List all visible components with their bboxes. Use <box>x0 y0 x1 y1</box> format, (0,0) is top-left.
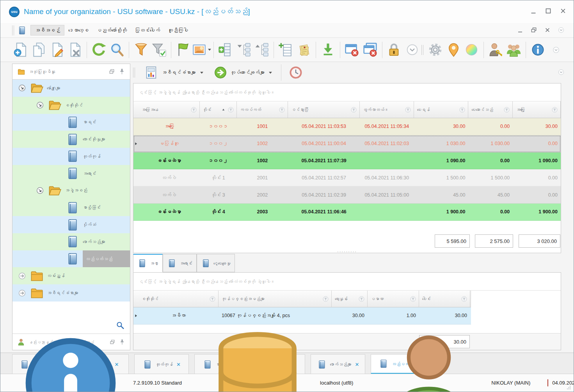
database-label[interactable]: localhost (utf8) <box>320 380 353 386</box>
sidebar-item-7[interactable]: အဖွဲ့အစည်း <box>12 182 130 199</box>
table-row[interactable]: လက်ဝဲလိုင်း 1200105.04.2021 11:02:5705.0… <box>133 169 561 186</box>
sidebar-item-12[interactable]: လမ်းညွှန် <box>12 267 130 284</box>
user-key-button[interactable] <box>487 41 505 59</box>
close-button[interactable] <box>559 7 567 15</box>
users-button[interactable] <box>505 41 523 59</box>
table-row[interactable]: အကြွေး၁၀၀၁100105.04.2021 11:03:5305.04.2… <box>133 118 561 135</box>
sidebar-item-3[interactable]: စာရင်း <box>12 114 130 131</box>
delete-document-button[interactable] <box>66 41 84 59</box>
detail-tab-1[interactable]: အငှား <box>133 254 163 272</box>
refresh-button[interactable] <box>90 41 108 59</box>
copy-document-button[interactable] <box>30 41 48 59</box>
sidebar-item-10[interactable]: ဖောက်သည်များ <box>12 233 130 250</box>
detail-column-header-2[interactable]: ကုန်ပစ္စည်းအမည်များ <box>219 291 332 307</box>
reports-button[interactable]: အစီရင်ခံစာများ <box>140 64 207 81</box>
menu-item-3[interactable]: ပညတ်တော်တို့ကို <box>92 25 131 35</box>
menu-item-2[interactable]: ဒေတာဘေ့စ <box>64 25 92 35</box>
toolbar-grip[interactable] <box>133 67 135 78</box>
detail-column-header-4[interactable]: ပမာဏ <box>368 291 419 307</box>
toolbar-more-button[interactable] <box>557 68 565 76</box>
user-label[interactable]: NIKOLAY (MAIN) <box>491 380 530 386</box>
toolbar-more-button[interactable] <box>547 41 565 59</box>
minimize-button[interactable] <box>529 7 538 15</box>
collapse-tree-button[interactable] <box>235 41 253 59</box>
toolbar-grip[interactable] <box>421 45 423 55</box>
column-header-5[interactable]: ထွက်လာတယ်။ <box>360 101 414 118</box>
close-tab-icon[interactable]: ✕ <box>176 362 181 367</box>
sidebar-item-2[interactable]: စတိုးဆိုင် <box>12 97 130 114</box>
location-button[interactable] <box>444 41 463 59</box>
notes-button[interactable] <box>295 41 313 59</box>
close-all-windows-button[interactable] <box>361 41 379 59</box>
tree-indent <box>53 254 63 264</box>
table-row[interactable]: မပြန်ဘူး၁၀၀၂100205.04.2021 11:00:0405.04… <box>133 135 561 153</box>
document-tab-6[interactable]: ဖောက်သည်များ✕ <box>311 354 365 374</box>
filter-button[interactable] <box>132 41 150 59</box>
search-button[interactable] <box>108 41 126 59</box>
column-header-7[interactable]: ပေးဆောင်သည် <box>468 101 513 118</box>
sidebar-item-9[interactable]: ပိုက်ဆံ <box>12 216 130 233</box>
column-header-8[interactable]: အကြွေး <box>513 101 561 118</box>
maximize-button[interactable] <box>544 7 553 15</box>
filter-apply-button[interactable] <box>150 41 169 59</box>
resize-grip[interactable] <box>565 384 571 390</box>
close-window-button[interactable] <box>343 41 361 59</box>
column-header-6[interactable]: ပေးရန် <box>414 101 469 118</box>
filter-apply-icon <box>151 42 167 57</box>
document-tab-3[interactable]: ထုတ်ကုန်✕ <box>134 354 189 374</box>
pin-icon[interactable] <box>119 68 125 75</box>
table-row[interactable]: ခန်းမထဲမှာလိုင်း 4200305.04.2021 11:06:4… <box>133 204 561 221</box>
mdi-close-button[interactable] <box>544 26 551 34</box>
column-header-2[interactable]: လိုင်း <box>200 101 237 118</box>
undock-icon[interactable] <box>108 68 115 75</box>
filter-funnel-icon <box>458 106 466 114</box>
column-header-1[interactable]: အခြေအနေ <box>138 101 200 118</box>
actions-button[interactable]: လုပ်ဆောင်ချက်များ <box>210 64 276 81</box>
mdi-minimize-button[interactable] <box>516 26 524 34</box>
column-header-4[interactable]: ဝင်သွားပြီ <box>288 101 360 118</box>
toolbar-grip[interactable] <box>12 25 14 35</box>
menu-item-4[interactable]: ပြတင်းပေါက် <box>131 25 164 35</box>
lock-button[interactable] <box>385 41 403 59</box>
menu-item-1[interactable]: အစီအစဉ် <box>30 25 64 35</box>
add-rows-button[interactable] <box>217 41 235 59</box>
info-button[interactable] <box>529 41 547 59</box>
mdi-more-button[interactable] <box>557 26 565 34</box>
toolbar-separator <box>274 42 274 58</box>
new-document-button[interactable] <box>11 41 30 59</box>
image-button[interactable] <box>192 41 211 59</box>
menu-item-5[interactable]: ကူညီကြပါ <box>164 25 192 35</box>
flag-button[interactable] <box>174 41 192 59</box>
sidebar-item-11[interactable]: လည်ပတ်သည် <box>12 250 130 268</box>
table-header: အခြေအနေလိုင်းကလပ်ကတ်ဝင်သွားပြီထွက်လာတယ်။… <box>133 101 561 118</box>
sidebar-item-4[interactable]: တောင်းဆိုမှုများ <box>12 131 130 148</box>
detail-column-header-5[interactable]: ပေါင်း <box>419 291 470 307</box>
settings-button[interactable] <box>427 41 445 59</box>
column-header-3[interactable]: ကလပ်ကတ် <box>237 101 288 118</box>
detail-tab-3[interactable]: ငွေပေးချေမှု <box>197 254 235 272</box>
sidebar-item-5[interactable]: ထုတ်ကုန် <box>12 148 130 165</box>
sidebar-item-1[interactable]: မော်ဂျူးများ <box>12 80 130 97</box>
colors-button[interactable] <box>463 41 481 59</box>
table-row[interactable]: လက်ဝဲလိုင်း 3200205.04.2021 11:02:3905.0… <box>133 186 561 204</box>
detail-column-header-1[interactable]: စတိုးဆိုင် <box>138 291 219 307</box>
more-button[interactable] <box>403 41 421 59</box>
edit-document-button[interactable] <box>48 41 66 59</box>
program-book-icon <box>17 26 27 35</box>
add-table-button[interactable] <box>277 41 295 59</box>
detail-column-header-3[interactable]: ဈေးနှုန်း <box>332 291 368 307</box>
expand-tree-button[interactable] <box>253 41 271 59</box>
sidebar-item-13[interactable]: အစီရင်ခံစာများ <box>12 284 130 302</box>
sidebar-item-8[interactable]: စာပို့ခြင်း <box>12 199 130 216</box>
detail-table-row[interactable]: အမီကာ10067 ကုန်ပစ္စည်းအမျိုး 4, pcs30.00… <box>133 307 471 325</box>
sidebar-item-6[interactable]: အရောင်း <box>12 165 130 182</box>
cell: 45.00 <box>468 192 513 198</box>
table-row[interactable]: ခန်းမထဲမှာ၁၀၀၂100205.04.2021 11:07:391 0… <box>133 153 561 170</box>
close-tab-icon[interactable]: ✕ <box>355 362 359 367</box>
timer-button[interactable] <box>286 63 305 82</box>
splitter-handle[interactable]: ········· <box>133 249 561 254</box>
window-controls <box>529 7 567 15</box>
detail-tab-2[interactable]: အရောင်း <box>163 254 197 272</box>
import-button[interactable] <box>319 41 337 59</box>
mdi-restore-button[interactable] <box>530 26 538 34</box>
